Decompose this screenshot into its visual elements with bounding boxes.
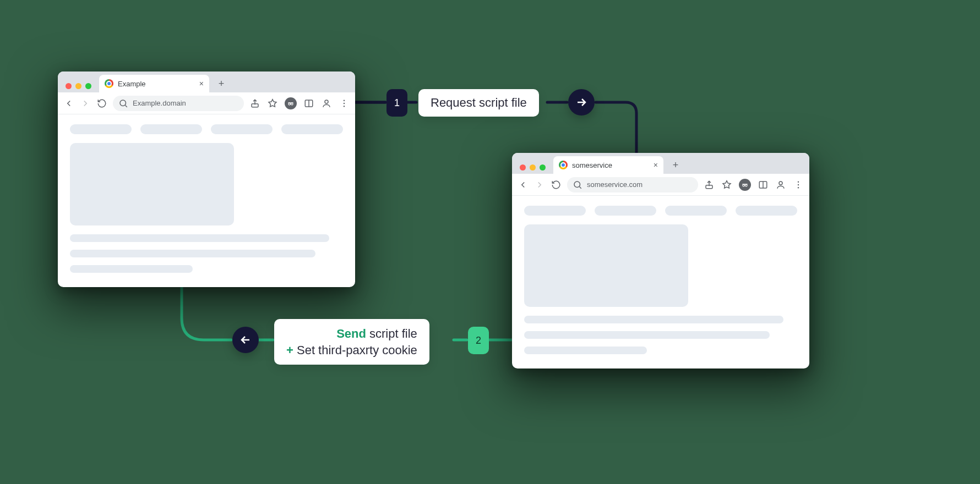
arrow-right-icon xyxy=(568,89,595,116)
arrow-left-icon xyxy=(232,327,259,353)
skeleton-nav xyxy=(736,206,797,216)
search-icon xyxy=(573,180,582,190)
close-tab-icon[interactable]: × xyxy=(199,80,204,87)
skeleton-line xyxy=(70,265,193,273)
url-text: someservice.com xyxy=(587,180,643,189)
browser-tab[interactable]: someservice × xyxy=(553,156,663,174)
reload-icon[interactable] xyxy=(551,179,562,190)
maximize-window-icon[interactable] xyxy=(85,83,91,89)
skeleton-line xyxy=(70,234,329,242)
step-1-label: Request script file xyxy=(418,89,539,117)
page-skeleton xyxy=(512,196,809,369)
minimize-window-icon[interactable] xyxy=(75,83,81,89)
forward-icon[interactable] xyxy=(80,98,91,109)
svg-point-16 xyxy=(798,184,799,185)
step-2-cookie: Set third-paxrty cookie xyxy=(293,343,417,357)
browser-toolbar: someservice.com xyxy=(512,174,809,196)
svg-point-8 xyxy=(344,106,345,107)
svg-point-9 xyxy=(574,182,580,188)
tab-title: someservice xyxy=(572,161,612,169)
browser-window-example: Example × + Example.domain xyxy=(58,72,355,287)
skeleton-nav xyxy=(70,124,132,134)
share-icon[interactable] xyxy=(704,179,715,190)
star-icon[interactable] xyxy=(721,179,732,190)
new-tab-button[interactable]: + xyxy=(668,157,683,173)
skeleton-hero xyxy=(524,224,688,307)
step-1-text: Request script file xyxy=(431,96,527,109)
svg-point-3 xyxy=(291,103,293,105)
skeleton-nav xyxy=(211,124,273,134)
close-window-icon[interactable] xyxy=(520,164,526,170)
skeleton-nav xyxy=(595,206,656,216)
forward-icon[interactable] xyxy=(534,179,545,190)
svg-point-2 xyxy=(288,103,291,105)
kebab-menu-icon[interactable] xyxy=(793,179,804,190)
address-bar[interactable]: Example.domain xyxy=(113,96,244,111)
back-icon[interactable] xyxy=(63,98,74,109)
window-controls[interactable] xyxy=(518,164,549,174)
skeleton-line xyxy=(524,331,770,339)
svg-point-5 xyxy=(325,100,328,103)
skeleton-line xyxy=(70,250,315,257)
url-text: Example.domain xyxy=(133,99,186,107)
skeleton-nav xyxy=(281,124,343,134)
svg-point-0 xyxy=(120,100,126,106)
skeleton-nav xyxy=(140,124,202,134)
svg-point-12 xyxy=(745,184,748,186)
minimize-window-icon[interactable] xyxy=(530,164,536,170)
svg-point-11 xyxy=(743,184,745,186)
svg-point-15 xyxy=(798,181,799,182)
skeleton-nav xyxy=(524,206,586,216)
browser-toolbar: Example.domain xyxy=(58,92,355,114)
page-skeleton xyxy=(58,114,355,287)
step-2-badge: 2 xyxy=(468,327,489,354)
close-tab-icon[interactable]: × xyxy=(654,161,658,169)
toolbar-right xyxy=(249,97,350,109)
tab-strip: someservice × + xyxy=(512,153,809,174)
step-2-send: Send xyxy=(336,327,366,340)
search-icon xyxy=(118,98,128,108)
tab-strip: Example × + xyxy=(58,72,355,92)
incognito-icon[interactable] xyxy=(285,97,297,109)
browser-window-someservice: someservice × + someservice.com xyxy=(512,153,809,369)
maximize-window-icon[interactable] xyxy=(540,164,546,170)
close-window-icon[interactable] xyxy=(66,83,72,89)
skeleton-nav xyxy=(665,206,727,216)
toolbar-right xyxy=(704,179,804,191)
step-2-label: Send script file + Set third-paxrty cook… xyxy=(274,319,429,365)
back-icon[interactable] xyxy=(518,179,529,190)
chrome-favicon-icon xyxy=(559,161,568,169)
panel-icon[interactable] xyxy=(303,98,314,109)
svg-point-17 xyxy=(798,187,799,188)
address-bar[interactable]: someservice.com xyxy=(567,177,698,193)
share-icon[interactable] xyxy=(249,98,260,109)
chrome-favicon-icon xyxy=(105,79,113,88)
svg-point-7 xyxy=(344,102,345,103)
star-icon[interactable] xyxy=(267,98,278,109)
skeleton-line xyxy=(524,346,647,354)
panel-icon[interactable] xyxy=(758,179,769,190)
profile-icon[interactable] xyxy=(321,98,332,109)
skeleton-hero xyxy=(70,143,234,226)
new-tab-button[interactable]: + xyxy=(214,76,229,91)
skeleton-line xyxy=(524,316,783,323)
reload-icon[interactable] xyxy=(96,98,107,109)
step-number: 1 xyxy=(394,97,400,109)
browser-tab[interactable]: Example × xyxy=(99,75,209,92)
kebab-menu-icon[interactable] xyxy=(339,98,350,109)
window-controls[interactable] xyxy=(63,83,95,92)
profile-icon[interactable] xyxy=(775,179,786,190)
step-number: 2 xyxy=(476,335,481,346)
step-2-plus: + xyxy=(286,343,293,357)
step-2-send-rest: script file xyxy=(366,327,417,340)
step-1-badge: 1 xyxy=(386,89,407,117)
svg-point-14 xyxy=(779,182,782,185)
incognito-icon[interactable] xyxy=(739,179,751,191)
tab-title: Example xyxy=(118,80,146,88)
svg-point-6 xyxy=(344,100,345,101)
